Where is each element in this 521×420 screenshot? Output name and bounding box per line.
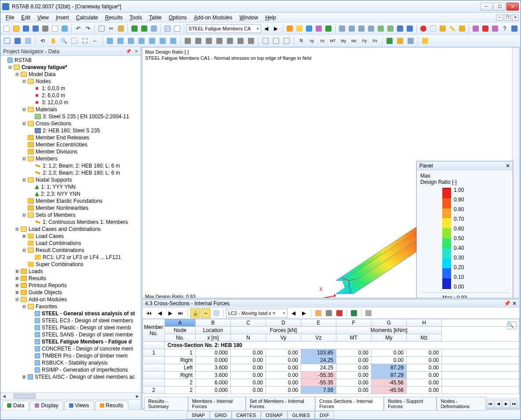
tree-reports[interactable]: ⊞Printout Reports (0, 282, 141, 289)
status-glines[interactable]: GLINES (288, 411, 315, 419)
zoom-icon[interactable]: 🔍 (59, 36, 69, 46)
toolbar-icon[interactable] (438, 24, 447, 33)
dock-tab-4[interactable]: Nodes - Support Forces (384, 397, 437, 411)
status-dxf[interactable]: DXF (315, 411, 334, 419)
diagram-icon[interactable] (395, 36, 405, 46)
toolbar-icon[interactable] (491, 24, 499, 33)
table-icon[interactable] (173, 24, 182, 33)
menu-table[interactable]: Table (146, 14, 165, 22)
next-load-icon[interactable]: ▶ (272, 24, 281, 33)
scroll-left-icon[interactable]: ◀ (0, 393, 7, 400)
print-icon[interactable] (41, 24, 50, 33)
tree-node[interactable]: ▸1: 0,0,0 m (0, 85, 141, 92)
menu-tools[interactable]: Tools (126, 14, 146, 22)
tree-module[interactable]: ▸STEEL SANS - Design of steel membe (0, 331, 141, 338)
close-icon[interactable]: ✕ (506, 163, 510, 169)
zoom-window-icon[interactable] (69, 36, 79, 46)
minimize-button[interactable]: ─ (480, 3, 492, 11)
solid-icon[interactable] (13, 36, 22, 46)
horizontal-scrollbar[interactable]: ◀ ▶ (0, 392, 141, 399)
view-x-icon[interactable] (116, 36, 125, 46)
prev-view-icon[interactable]: ← (91, 36, 100, 46)
selection-icon[interactable] (261, 36, 270, 46)
nav-tab-results[interactable]: Results (95, 401, 128, 410)
status-snap[interactable]: SNAP (187, 411, 210, 419)
mdi-restore-button[interactable]: ❐ (504, 15, 511, 21)
undo-icon[interactable]: ↶ (74, 24, 83, 33)
tree-module[interactable]: ▸STEEL - General stress analysis of st (0, 310, 141, 317)
view-y-icon[interactable] (126, 36, 136, 46)
menu-add-on-modules[interactable]: Add-on Modules (190, 14, 236, 22)
menu-calculate[interactable]: Calculate (73, 14, 102, 22)
manager-icon[interactable] (60, 24, 69, 33)
view-icon[interactable] (168, 36, 178, 46)
settings-icon[interactable] (324, 308, 334, 318)
values-icon[interactable] (406, 36, 415, 46)
menu-file[interactable]: File (2, 14, 18, 22)
toolbar-icon[interactable] (367, 24, 375, 33)
lock-icon[interactable]: 🔒 (190, 308, 200, 318)
rotate-icon[interactable]: ⟲ (38, 36, 47, 46)
menu-view[interactable]: View (34, 14, 52, 22)
toolbar-icon[interactable] (396, 24, 404, 33)
results-grid[interactable]: MemberNo.ABCDEFGHNodeLocationForces [kN]… (142, 319, 519, 398)
force-vz-icon[interactable]: Vz (317, 36, 327, 46)
dock-tab-5[interactable]: Nodes - Deformations (437, 397, 486, 411)
help-icon[interactable]: ? (500, 24, 509, 33)
tree-support[interactable]: ▸1: 1; YYY YNN (0, 183, 141, 190)
support-pz-icon[interactable]: Pz (370, 36, 380, 46)
tree-rc[interactable]: ▸RC1: LF2 or LF3 or LF4 ... LF121 (0, 254, 141, 261)
moment-my-icon[interactable]: My (339, 36, 348, 46)
tree-root[interactable]: ▸RSTAB (0, 57, 141, 64)
view-z-icon[interactable] (137, 36, 146, 46)
moment-mz-icon[interactable]: Mz (349, 36, 359, 46)
tree-project[interactable]: ⊟Craneway fatigue* (0, 64, 141, 71)
filter-icon[interactable] (420, 36, 430, 46)
scroll-thumb[interactable] (14, 394, 36, 399)
tree-divisions[interactable]: ▸Member Divisions (0, 148, 141, 155)
dock-tab-0[interactable]: Results - Summary (144, 397, 188, 411)
color-icon[interactable] (335, 308, 344, 318)
nav-tab-data[interactable]: Data (2, 401, 29, 410)
selection-icon[interactable] (271, 36, 281, 46)
tree-end-releases[interactable]: ▸Member End Releases (0, 134, 141, 141)
maximize-button[interactable]: ☐ (493, 3, 506, 11)
zoom-all-icon[interactable]: ⛶ (80, 36, 90, 46)
status-cartes[interactable]: CARTES (232, 411, 261, 419)
display-icon[interactable] (204, 36, 214, 46)
last-icon[interactable]: ⏭ (176, 308, 186, 318)
comment-icon[interactable] (471, 24, 480, 33)
model-viewport[interactable]: Max Design Ratio [-] STEEL Fatigue Membe… (142, 47, 520, 298)
tree-result-combinations[interactable]: ⊟Result Combinations (0, 247, 141, 254)
tree-module[interactable]: ▸STEEL Fatigue Members - Fatigue d (0, 338, 141, 345)
dock-tab-scroll-button[interactable]: ⏮ (487, 400, 494, 408)
magnify-button[interactable]: 🔍 (507, 321, 517, 329)
scroll-right-icon[interactable]: ▶ (134, 393, 141, 400)
moment-mt-icon[interactable]: MT (328, 36, 338, 46)
save-all-icon[interactable] (31, 24, 40, 33)
tree-module[interactable]: ▸STEEL EC3 - Design of steel members (0, 317, 141, 324)
calculate-icon[interactable] (130, 24, 139, 33)
tree-node[interactable]: ▸2: 6,0,0 m (0, 92, 141, 99)
toolbar-icon[interactable] (305, 24, 313, 33)
filter-icon[interactable] (313, 308, 323, 318)
toolbar-icon[interactable] (347, 24, 356, 33)
tree-module[interactable]: ▸RSBUCK - Stability analysis (0, 359, 141, 366)
prev-load-icon[interactable]: ◀ (262, 24, 271, 33)
color-icon[interactable] (481, 24, 490, 33)
toolbar-icon[interactable] (357, 24, 366, 33)
nav-tab-display[interactable]: Display (30, 401, 63, 410)
cut-icon[interactable]: ✂ (107, 24, 116, 33)
transparent-icon[interactable] (23, 36, 33, 46)
close-icon[interactable]: ✕ (512, 300, 517, 307)
display-icon[interactable] (193, 36, 203, 46)
tree-set-member[interactable]: ▸1: Continuous Members 1: Members (0, 219, 141, 226)
paste-icon[interactable] (117, 24, 125, 33)
tree-member[interactable]: ▸2: 2,3; Beam; 2: HEB 180; L: 6 m (0, 169, 141, 176)
tree-loads[interactable]: ⊞Loads (0, 268, 141, 275)
tree-load-cases[interactable]: ⊞Load Cases (0, 233, 141, 240)
display-icon[interactable] (246, 36, 256, 46)
tree-members[interactable]: ⊟Members (0, 155, 141, 162)
goto-icon[interactable] (211, 308, 221, 318)
dock-tab-2[interactable]: Set of Members - Internal Forces (246, 397, 316, 411)
